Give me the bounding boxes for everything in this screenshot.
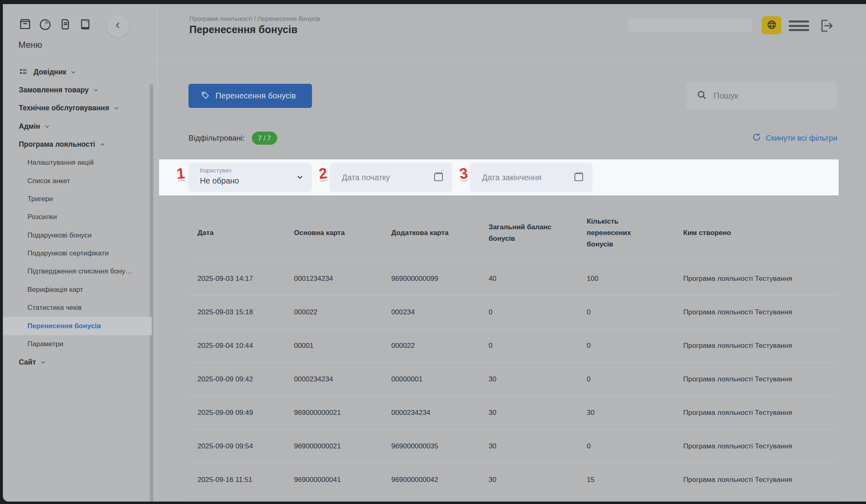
sidebar-item-rozsylky[interactable]: Розсилки	[3, 208, 148, 226]
sidebar-item-label: Список анкет	[27, 177, 70, 185]
table-row[interactable]: 2025-09-03 14:17 0001234234 969000000099…	[188, 262, 838, 295]
cell-date: 2025-09-09 09:42	[197, 375, 294, 383]
sidebar-item-perenesennya-bonusiv-active[interactable]: Перенесення бонусів	[3, 317, 152, 335]
calendar-icon[interactable]	[573, 171, 584, 184]
sidebar-item-tekhnichne-obsluhovuvannya[interactable]: Технічне обслуговування	[3, 99, 148, 117]
cell-created-by: Програма лояльності Тестування	[683, 408, 838, 417]
cell-main-card: 00001	[294, 341, 391, 350]
cell-date: 2025-09-04 10:44	[197, 341, 294, 350]
app-window: Меню Довідник Замовлення товару Технічне…	[3, 4, 866, 502]
sidebar-item-label: Налаштування акцій	[27, 159, 94, 167]
sidebar-item-tryhery[interactable]: Тригери	[3, 190, 148, 208]
sidebar-item-dovidnyk[interactable]: Довідник	[3, 63, 148, 81]
sidebar-item-zamovlennya-tovaru[interactable]: Замовлення товару	[3, 81, 148, 99]
calendar-icon[interactable]	[433, 171, 444, 184]
sidebar-item-prohrama-loyalnosti[interactable]: Програма лояльності	[3, 136, 148, 154]
table-row[interactable]: 2025-09-09 09:42 0000234234 00000001 30 …	[188, 362, 838, 396]
cell-main-card: 969000000021	[294, 408, 391, 417]
table-row[interactable]: 2025-09-09 09:54 969000000021 9690000000…	[188, 429, 838, 463]
table-row[interactable]: 2025-09-09 09:49 969000000021 0000234234…	[188, 396, 838, 429]
cell-transferred-count: 0	[587, 308, 683, 316]
sidebar-item-parametry[interactable]: Параметри	[3, 335, 148, 353]
cell-main-card: 0001234234	[294, 274, 391, 283]
date-end-input[interactable]	[481, 172, 573, 183]
date-start-input[interactable]	[341, 172, 433, 183]
sidebar-item-label: Програма лояльності	[19, 140, 95, 149]
cell-created-by: Програма лояльності Тестування	[683, 442, 838, 450]
sidebar-scrollbar[interactable]	[150, 84, 153, 502]
sidebar-item-label: Технічне обслуговування	[19, 104, 109, 112]
collapse-sidebar-button[interactable]	[107, 15, 129, 37]
breadcrumb: Програма лояльності / Перенесення бонусі…	[189, 15, 320, 22]
reset-filters-link[interactable]: Скинути всі фільтри	[752, 132, 837, 144]
sidebar-item-veryfikatsiya-kart[interactable]: Верифікація карт	[3, 281, 148, 299]
filters-highlight-strip: 1 Користувач Не обрано 2 3	[159, 159, 839, 195]
sidebar-item-spysok-anket[interactable]: Список анкет	[3, 172, 148, 190]
reset-icon	[752, 132, 761, 144]
filter-meta-row: Відфільтровані: 7 / 7 Скинути всі фільтр…	[188, 131, 837, 146]
user-filter-label: Користувач	[200, 167, 231, 174]
transfer-bonuses-button[interactable]: Перенесення бонусів	[188, 84, 312, 108]
transfer-bonuses-button-label: Перенесення бонусів	[215, 91, 296, 101]
column-header-additional-card: Додаткова карта	[391, 227, 489, 239]
sidebar-item-podarunkovi-bonusy[interactable]: Подарункові бонуси	[3, 226, 148, 244]
cell-transferred-count: 100	[587, 274, 683, 283]
logout-icon[interactable]	[817, 17, 835, 35]
sidebar-item-sayt[interactable]: Сайт	[3, 353, 148, 371]
cell-additional-card: 000022	[391, 341, 489, 350]
table-row[interactable]: 2025-09-03 15:18 000022 000234 0 0 Прогр…	[188, 295, 838, 329]
user-filter-value: Не обрано	[200, 176, 239, 186]
chevron-down-icon	[44, 123, 50, 130]
sidebar-item-label: Адмін	[19, 122, 40, 131]
reset-filters-label: Скинути всі фільтри	[766, 134, 837, 143]
book-icon[interactable]	[79, 18, 92, 31]
pie-chart-icon[interactable]	[38, 18, 52, 31]
column-header-transferred-count: Кількість перенесених бонусів	[587, 216, 641, 250]
page-title: Перенесення бонусів	[189, 24, 298, 36]
date-end-field	[470, 163, 592, 192]
cell-total-balance: 0	[489, 308, 587, 316]
cell-total-balance: 30	[489, 408, 587, 417]
sidebar-item-label: Розсилки	[27, 213, 57, 221]
cell-main-card: 0000234234	[294, 375, 391, 383]
sidebar-item-statystyka-chekiv[interactable]: Статистика чеків	[3, 299, 148, 317]
bonus-transfers-table: Дата Основна карта Додаткова карта Загал…	[188, 204, 838, 497]
column-header-date: Дата	[197, 227, 294, 239]
sidebar-item-pidtverdzhennya-spysannya[interactable]: Підтвердження списання бону…	[3, 262, 148, 280]
chevron-left-icon	[113, 21, 122, 31]
main-area: Програма лояльності / Перенесення бонусі…	[157, 4, 866, 502]
cell-date: 2025-09-09 09:49	[197, 408, 294, 417]
table-row[interactable]: 2025-09-04 10:44 00001 000022 0 0 Програ…	[188, 329, 838, 362]
sidebar-item-label: Тригери	[27, 195, 53, 203]
cell-date: 2025-09-03 14:17	[197, 274, 294, 283]
user-filter-dropdown[interactable]: Користувач Не обрано	[188, 163, 312, 192]
cell-created-by: Програма лояльності Тестування	[683, 274, 838, 283]
cell-date: 2025-09-03 15:18	[197, 308, 294, 316]
cell-transferred-count: 0	[587, 375, 683, 383]
chevron-down-icon	[296, 173, 304, 183]
document-icon[interactable]	[58, 18, 72, 31]
user-account-placeholder[interactable]	[628, 18, 752, 32]
sidebar-item-label: Статистика чеків	[27, 304, 82, 312]
cell-date: 2025-09-16 11:51	[197, 475, 294, 484]
archive-box-icon[interactable]	[18, 18, 32, 31]
sidebar-item-podarunkovi-sertyfikaty[interactable]: Подарункові сертифікати	[3, 244, 148, 262]
language-button[interactable]	[762, 16, 781, 34]
hamburger-menu-icon[interactable]	[789, 20, 809, 31]
date-start-field	[330, 163, 452, 192]
sidebar: Меню Довідник Замовлення товару Технічне…	[3, 4, 157, 502]
search-input[interactable]	[713, 91, 829, 101]
cell-total-balance: 0	[489, 341, 587, 350]
table-row[interactable]: 2025-09-16 11:51 969000000041 9690000000…	[188, 463, 838, 496]
sidebar-item-nalashtuvannya-aktsiy[interactable]: Налаштування акцій	[3, 154, 148, 172]
cell-created-by: Програма лояльності Тестування	[683, 341, 838, 350]
globe-icon	[766, 19, 777, 31]
cell-transferred-count: 15	[587, 475, 683, 484]
chevron-up-icon	[99, 141, 105, 148]
sidebar-item-label: Замовлення товару	[19, 86, 89, 94]
sidebar-item-admin[interactable]: Адмін	[3, 117, 148, 135]
column-header-created-by: Ким створено	[683, 227, 838, 239]
sidebar-item-label: Підтвердження списання бону…	[27, 267, 132, 276]
list-icon	[19, 67, 28, 76]
filtered-label: Відфільтровані:	[188, 134, 245, 143]
